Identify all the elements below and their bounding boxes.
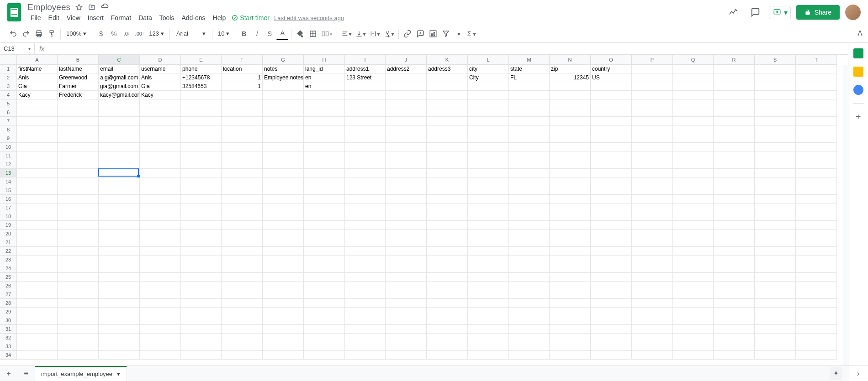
cell[interactable] xyxy=(304,238,345,247)
cell[interactable] xyxy=(509,290,550,299)
redo-button[interactable] xyxy=(20,27,32,40)
cell[interactable] xyxy=(550,143,591,151)
cell[interactable] xyxy=(755,212,796,221)
cell[interactable] xyxy=(181,125,222,134)
document-title[interactable]: Employees xyxy=(27,2,70,12)
cell[interactable] xyxy=(427,212,468,221)
menu-file[interactable]: File xyxy=(27,13,44,22)
cell[interactable] xyxy=(58,351,99,360)
cell[interactable] xyxy=(222,325,263,334)
cell[interactable]: 32584653 xyxy=(181,82,222,91)
cell[interactable] xyxy=(17,108,58,117)
cell[interactable] xyxy=(386,230,427,238)
cell[interactable] xyxy=(550,238,591,247)
column-header[interactable]: D xyxy=(140,55,181,65)
cell[interactable] xyxy=(755,308,796,316)
cell[interactable] xyxy=(714,169,755,177)
cell[interactable] xyxy=(550,282,591,290)
cell[interactable] xyxy=(58,299,99,308)
cell[interactable] xyxy=(58,264,99,273)
cell[interactable] xyxy=(386,334,427,342)
cell[interactable] xyxy=(345,177,386,186)
cell[interactable] xyxy=(263,125,304,134)
cell[interactable] xyxy=(222,177,263,186)
cell[interactable] xyxy=(17,273,58,282)
cell[interactable] xyxy=(714,264,755,273)
cell[interactable] xyxy=(263,238,304,247)
cell[interactable] xyxy=(304,299,345,308)
cell[interactable] xyxy=(632,264,673,273)
menu-format[interactable]: Format xyxy=(108,13,134,22)
menu-data[interactable]: Data xyxy=(135,13,155,22)
cell[interactable] xyxy=(17,134,58,143)
cell[interactable] xyxy=(550,230,591,238)
cell[interactable] xyxy=(222,230,263,238)
cell[interactable] xyxy=(550,177,591,186)
cell[interactable] xyxy=(550,247,591,256)
cell[interactable] xyxy=(304,169,345,177)
cell[interactable] xyxy=(140,125,181,134)
cell[interactable] xyxy=(181,177,222,186)
cell[interactable]: en xyxy=(304,82,345,91)
cell[interactable] xyxy=(386,325,427,334)
cell[interactable] xyxy=(427,325,468,334)
cell[interactable] xyxy=(632,351,673,360)
cell[interactable] xyxy=(427,99,468,108)
row-header[interactable]: 14 xyxy=(0,177,17,186)
cell[interactable] xyxy=(345,125,386,134)
cell[interactable] xyxy=(714,195,755,204)
cell[interactable] xyxy=(796,308,837,316)
cell[interactable] xyxy=(99,125,140,134)
cell[interactable] xyxy=(263,256,304,264)
cell[interactable] xyxy=(509,134,550,143)
cell[interactable] xyxy=(755,177,796,186)
cell[interactable]: notes xyxy=(263,65,304,73)
cell[interactable] xyxy=(386,108,427,117)
cell[interactable] xyxy=(263,282,304,290)
cell[interactable] xyxy=(509,256,550,264)
cell[interactable] xyxy=(755,299,796,308)
increase-decimal-button[interactable]: .00↑ xyxy=(133,27,145,40)
cell[interactable] xyxy=(58,230,99,238)
cell[interactable] xyxy=(796,212,837,221)
cell[interactable] xyxy=(58,334,99,342)
cell[interactable]: Gia xyxy=(140,82,181,91)
column-header[interactable]: T xyxy=(796,55,837,65)
cell[interactable] xyxy=(796,290,837,299)
cell[interactable] xyxy=(345,99,386,108)
cell[interactable] xyxy=(796,282,837,290)
cell[interactable] xyxy=(468,238,509,247)
cell[interactable] xyxy=(222,186,263,195)
cell[interactable] xyxy=(17,308,58,316)
cell[interactable] xyxy=(99,169,140,177)
cell[interactable] xyxy=(140,108,181,117)
cell[interactable] xyxy=(468,230,509,238)
column-header[interactable]: Q xyxy=(673,55,714,65)
cell[interactable] xyxy=(427,169,468,177)
cell[interactable] xyxy=(58,108,99,117)
cell[interactable] xyxy=(304,186,345,195)
cell[interactable] xyxy=(386,186,427,195)
cell[interactable] xyxy=(714,273,755,282)
cell[interactable] xyxy=(99,342,140,351)
cell[interactable] xyxy=(99,177,140,186)
move-folder-icon[interactable] xyxy=(88,3,96,11)
cell[interactable] xyxy=(714,334,755,342)
cell[interactable]: address3 xyxy=(427,65,468,73)
cell[interactable] xyxy=(591,256,632,264)
cell[interactable] xyxy=(263,299,304,308)
cell[interactable] xyxy=(632,221,673,230)
cell[interactable] xyxy=(591,264,632,273)
cell[interactable] xyxy=(58,342,99,351)
cell[interactable]: phone xyxy=(181,65,222,73)
cell[interactable] xyxy=(140,160,181,169)
cell[interactable] xyxy=(673,65,714,73)
add-sheet-button[interactable]: + xyxy=(0,366,17,381)
cell[interactable] xyxy=(468,308,509,316)
cell[interactable] xyxy=(386,143,427,151)
cell[interactable] xyxy=(591,325,632,334)
cell[interactable] xyxy=(345,316,386,325)
cell[interactable] xyxy=(263,212,304,221)
cell[interactable] xyxy=(58,204,99,212)
cell[interactable] xyxy=(17,264,58,273)
